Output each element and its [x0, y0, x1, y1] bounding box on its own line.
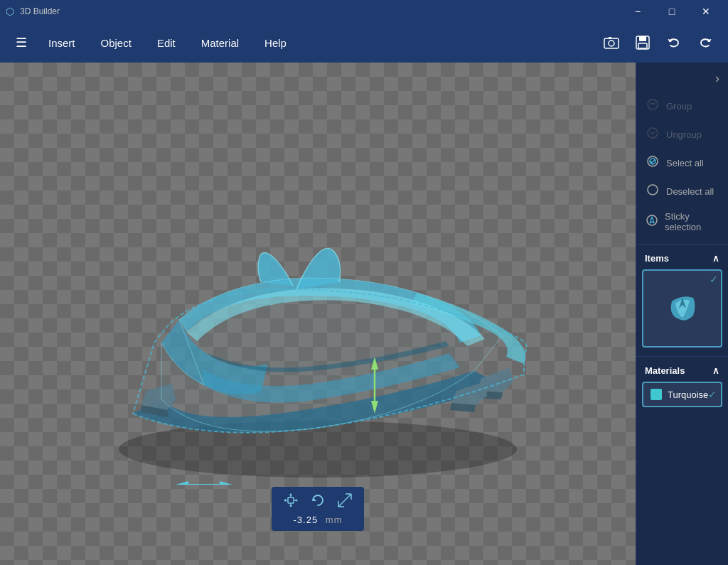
maximize-button[interactable]: □: [655, 0, 688, 23]
svg-marker-9: [371, 401, 378, 414]
scale-tool-icon[interactable]: [337, 493, 353, 512]
toolbar-icons: [283, 493, 353, 512]
svg-point-1: [609, 41, 614, 46]
ungroup-action[interactable]: Ungroup: [636, 120, 728, 149]
undo-icon-btn[interactable]: [660, 28, 688, 57]
svg-marker-11: [176, 481, 188, 485]
deselect-all-action[interactable]: Deselect all: [636, 177, 728, 205]
toolbar-unit: mm: [326, 515, 343, 525]
app-title: 3D Builder: [20, 6, 60, 16]
materials-section-label: Materials: [645, 365, 685, 376]
deselect-all-icon: [645, 183, 660, 200]
collapse-arrow-icon: ›: [715, 71, 719, 86]
select-all-label: Select all: [666, 158, 704, 168]
material-check-icon: ✓: [708, 389, 717, 400]
panel-actions: Group Ungroup: [636, 89, 728, 241]
materials-section-chevron[interactable]: ∧: [712, 365, 719, 376]
svg-point-32: [648, 128, 658, 138]
material-color-swatch: [651, 389, 662, 400]
svg-marker-22: [289, 505, 292, 507]
svg-rect-16: [288, 497, 294, 503]
panel-divider-1: [636, 244, 728, 244]
sticky-selection-action[interactable]: Sticky selection: [636, 205, 728, 238]
svg-marker-25: [313, 497, 316, 501]
right-panel: › Group: [636, 63, 728, 565]
materials-section-header: Materials ∧: [636, 360, 728, 379]
menu-insert[interactable]: Insert: [37, 31, 87, 55]
menu-material[interactable]: Material: [190, 31, 250, 55]
main-layout: -3.25 mm › Group: [0, 63, 728, 565]
group-label: Group: [666, 101, 692, 112]
ungroup-icon: [645, 126, 660, 143]
3d-model-svg: [62, 144, 574, 485]
viewport[interactable]: -3.25 mm: [0, 63, 636, 565]
rotate-tool-icon[interactable]: [310, 493, 326, 512]
svg-marker-21: [289, 493, 292, 495]
svg-rect-0: [604, 38, 619, 48]
titlebar-controls: − □ ✕: [621, 0, 722, 23]
svg-point-35: [648, 185, 658, 195]
menubar-right: [597, 28, 719, 57]
deselect-all-label: Deselect all: [666, 186, 714, 197]
toolbar-number: -3.25: [294, 515, 318, 525]
panel-divider-2: [636, 356, 728, 357]
menu-help[interactable]: Help: [253, 31, 298, 55]
menubar: ☰ Insert Object Edit Material Help: [0, 23, 728, 63]
menu-edit[interactable]: Edit: [146, 31, 187, 55]
app-logo-icon: ⬡: [6, 6, 14, 17]
item-check-icon: ✓: [710, 274, 718, 285]
items-section-header: Items ∧: [636, 247, 728, 267]
svg-marker-12: [220, 481, 232, 485]
close-button[interactable]: ✕: [690, 0, 722, 23]
titlebar-left: ⬡ 3D Builder: [6, 6, 60, 17]
item-thumbnail-1[interactable]: ✓: [642, 269, 722, 348]
svg-marker-24: [296, 499, 298, 502]
group-icon: [645, 97, 660, 114]
items-section-label: Items: [645, 253, 669, 264]
select-all-icon: [645, 154, 660, 171]
svg-rect-4: [639, 36, 646, 41]
camera-icon-btn[interactable]: [597, 28, 626, 57]
material-turquoise[interactable]: Turquoise ✓: [642, 382, 722, 407]
titlebar: ⬡ 3D Builder − □ ✕: [0, 0, 728, 23]
ungroup-label: Ungroup: [666, 129, 702, 140]
hamburger-menu[interactable]: ☰: [9, 30, 34, 55]
svg-marker-23: [284, 499, 286, 502]
menu-object[interactable]: Object: [90, 31, 143, 55]
sticky-selection-icon: [645, 213, 659, 230]
svg-rect-2: [609, 37, 611, 39]
toolbar-value: -3.25 mm: [294, 515, 343, 525]
save-icon-btn[interactable]: [628, 28, 657, 57]
svg-point-6: [119, 421, 517, 478]
panel-collapse-button[interactable]: ›: [636, 63, 728, 89]
material-label: Turquoise: [668, 389, 708, 400]
item-preview-svg: [658, 284, 707, 333]
group-action[interactable]: Group: [636, 92, 728, 120]
items-section-chevron[interactable]: ∧: [712, 253, 719, 264]
redo-icon-btn[interactable]: [691, 28, 719, 57]
svg-rect-5: [638, 43, 647, 48]
svg-marker-8: [371, 357, 378, 370]
sticky-selection-label: Sticky selection: [665, 211, 719, 232]
minimize-button[interactable]: −: [621, 0, 654, 23]
svg-line-26: [338, 494, 351, 507]
select-all-action[interactable]: Select all: [636, 149, 728, 177]
bottom-toolbar: -3.25 mm: [272, 487, 364, 531]
move-tool-icon[interactable]: [283, 493, 299, 512]
